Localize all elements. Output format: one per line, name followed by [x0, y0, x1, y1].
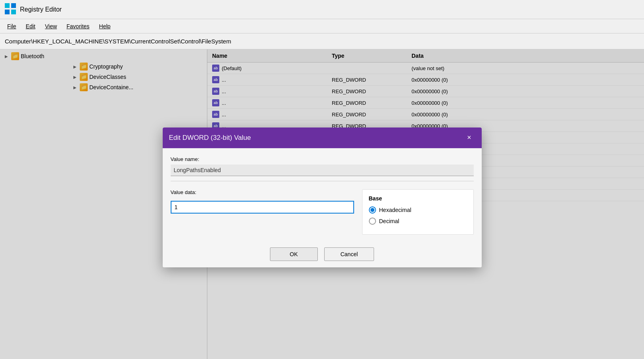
- dialog-buttons: OK Cancel: [171, 242, 474, 261]
- title-bar: Registry Editor: [0, 0, 644, 19]
- menu-help[interactable]: Help: [95, 22, 114, 31]
- ok-button[interactable]: OK: [270, 247, 318, 261]
- base-label: Base: [369, 195, 467, 201]
- dialog-body: Value name: Value data: Base Hexadecimal: [163, 148, 482, 267]
- main-content: ▶ 📁 Bluetooth ▶ 📁 Cryptography ▶ 📁 Devic…: [0, 49, 644, 359]
- menu-view[interactable]: View: [41, 22, 61, 31]
- address-path: Computer\HKEY_LOCAL_MACHINE\SYSTEM\Curre…: [5, 38, 231, 45]
- svg-rect-1: [11, 3, 16, 8]
- dialog-title: Edit DWORD (32-bit) Value: [169, 133, 251, 141]
- edit-dword-dialog: Edit DWORD (32-bit) Value × Value name: …: [163, 127, 482, 267]
- radio-decimal[interactable]: Decimal: [369, 217, 467, 224]
- value-name-label: Value name:: [171, 156, 474, 162]
- radio-hexadecimal[interactable]: Hexadecimal: [369, 206, 467, 213]
- menu-bar: File Edit View Favorites Help: [0, 19, 644, 33]
- app-title: Registry Editor: [20, 6, 62, 13]
- menu-file[interactable]: File: [3, 22, 20, 31]
- base-section: Base Hexadecimal Decimal: [362, 189, 474, 234]
- dialog-row: Value data: Base Hexadecimal Decimal: [171, 189, 474, 234]
- cancel-button[interactable]: Cancel: [324, 247, 374, 261]
- dialog-close-button[interactable]: ×: [463, 131, 475, 143]
- value-name-input[interactable]: [171, 164, 474, 176]
- svg-rect-2: [5, 10, 10, 14]
- radio-hex-circle: [369, 206, 376, 213]
- radio-dec-circle: [369, 217, 376, 224]
- value-data-section: Value data:: [171, 189, 354, 234]
- app-icon: [5, 3, 16, 16]
- value-data-input[interactable]: [171, 200, 354, 213]
- dialog-titlebar: Edit DWORD (32-bit) Value ×: [163, 127, 482, 148]
- menu-favorites[interactable]: Favorites: [63, 22, 94, 31]
- svg-rect-3: [11, 10, 16, 14]
- svg-rect-0: [5, 3, 10, 8]
- radio-hex-label: Hexadecimal: [379, 206, 412, 213]
- menu-edit[interactable]: Edit: [22, 22, 39, 31]
- address-bar: Computer\HKEY_LOCAL_MACHINE\SYSTEM\Curre…: [0, 33, 644, 49]
- value-data-label: Value data:: [171, 189, 354, 195]
- radio-dec-label: Decimal: [379, 218, 400, 224]
